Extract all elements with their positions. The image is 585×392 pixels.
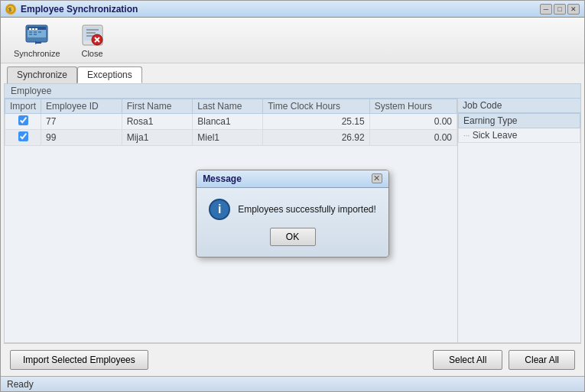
svg-rect-6 [32,28,34,30]
window-close-button[interactable]: ✕ [567,4,580,15]
dialog-message: Employees successfully imported! [238,204,376,215]
svg-rect-11 [29,34,32,35]
restore-button[interactable]: □ [554,4,566,15]
dialog-body: i Employees successfully imported! OK [197,188,388,257]
select-all-button[interactable]: Select All [433,350,502,370]
synchronize-icon [24,23,49,47]
message-dialog: Message ✕ i Employees successfully impor… [196,170,389,258]
dialog-message-row: i Employees successfully imported! [209,199,376,220]
dialog-ok-button[interactable]: OK [270,228,316,246]
import-selected-button[interactable]: Import Selected Employees [10,350,148,370]
synchronize-button[interactable]: Synchronize [7,19,67,62]
toolbar: Synchronize Close [1,18,584,63]
tab-exceptions[interactable]: Exceptions [77,66,142,83]
bottom-bar: Import Selected Employees Select All Cle… [4,343,581,376]
svg-rect-9 [34,31,37,33]
window-title: Employee Synchronization [21,4,540,15]
svg-rect-7 [35,28,37,30]
dialog-title-bar: Message ✕ [197,170,388,188]
svg-rect-5 [29,28,31,30]
window-icon: $ [5,4,16,15]
dialog-title-text: Message [203,173,242,184]
close-label: Close [81,49,102,58]
title-bar: $ Employee Synchronization ─ □ ✕ [1,1,584,18]
title-bar-buttons: ─ □ ✕ [540,4,580,15]
svg-rect-10 [38,31,41,33]
close-toolbar-icon [80,23,105,47]
main-content: Employee Import Employee ID First Name L… [4,83,581,343]
tab-synchronize[interactable]: Synchronize [7,66,77,83]
status-bar: Ready [1,376,584,391]
minimize-button[interactable]: ─ [540,4,552,15]
svg-text:$: $ [8,7,11,12]
svg-rect-8 [29,31,32,33]
synchronize-label: Synchronize [14,49,60,58]
svg-rect-12 [34,34,37,35]
tabs-area: Synchronize Exceptions [1,63,584,83]
main-window: $ Employee Synchronization ─ □ ✕ [0,0,585,392]
status-text: Ready [7,379,34,390]
dialog-close-button[interactable]: ✕ [372,173,382,183]
clear-all-button[interactable]: Clear All [509,350,575,370]
close-button[interactable]: Close [73,19,112,62]
dialog-overlay: Message ✕ i Employees successfully impor… [5,84,580,342]
info-icon: i [209,199,230,220]
